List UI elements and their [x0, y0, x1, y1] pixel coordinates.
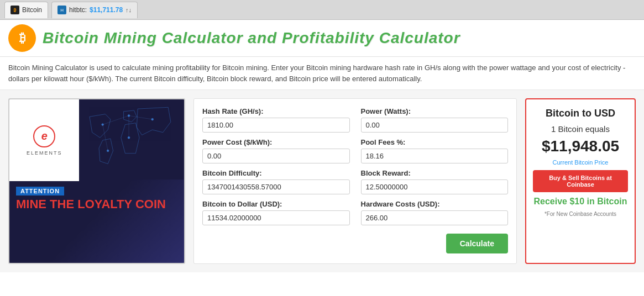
btc-to-dollar-input[interactable]	[202, 210, 350, 225]
hitbtc-price: $11,711.78	[90, 6, 123, 14]
svg-rect-0	[79, 101, 184, 179]
ad-map-section	[79, 99, 184, 181]
hardware-costs-label: Hardware Costs (USD):	[361, 200, 509, 208]
panel-subtitle: 1 Bitcoin equals	[551, 124, 610, 134]
hardware-costs-group: Hardware Costs (USD):	[361, 200, 509, 225]
description-text: Bitcoin Mining Calculator is used to cal…	[0, 57, 644, 90]
btc-to-dollar-group: Bitcoin to Dollar (USD):	[202, 200, 350, 225]
site-logo-icon: ₿	[8, 24, 36, 52]
ad-brand-name: ELEMENTS	[27, 150, 62, 156]
panel-title: Bitcoin to USD	[546, 108, 615, 120]
current-price-label: Current Bitcoin Price	[553, 159, 609, 166]
price-panel: Bitcoin to USD 1 Bitcoin equals $11,948.…	[525, 98, 636, 264]
calculator-form: Hash Rate (GH/s): Power (Watts): Power C…	[193, 98, 517, 264]
tab-bitcoin-label: Bitcoin	[22, 6, 42, 14]
block-reward-input[interactable]	[361, 179, 509, 194]
btc-to-dollar-label: Bitcoin to Dollar (USD):	[202, 200, 350, 208]
tab-bitcoin[interactable]: ₿ Bitcoin	[4, 2, 48, 18]
pool-fees-input[interactable]	[361, 149, 509, 163]
power-cost-label: Power Cost ($/kWh):	[202, 138, 350, 146]
btc-difficulty-input[interactable]	[202, 179, 350, 194]
tab-hitbtc-label: hitbtc:	[69, 6, 87, 14]
ad-brand-section: e ELEMENTS	[9, 99, 79, 181]
power-watts-input[interactable]	[361, 118, 509, 133]
page-content: ₿ Bitcoin Mining Calculator and Profitab…	[0, 20, 644, 296]
buy-sell-button[interactable]: Buy & Sell Bitcoins at Coinbase	[533, 170, 628, 192]
power-watts-label: Power (Watts):	[361, 107, 509, 115]
hash-rate-label: Hash Rate (GH/s):	[202, 107, 350, 115]
main-content: e ELEMENTS	[0, 90, 644, 272]
panel-price: $11,948.05	[542, 138, 619, 155]
block-reward-group: Block Reward:	[361, 169, 509, 194]
hitbtc-logo: H	[57, 6, 66, 14]
receive-label: Receive $10 in Bitcoin	[534, 197, 627, 207]
tab-hitbtc[interactable]: H hitbtc: $11,711.78 ↑↓	[51, 2, 138, 18]
ad-logo-letter: e	[41, 130, 48, 142]
btc-difficulty-label: Bitcoin Difficulty:	[202, 169, 350, 177]
ad-top-section: e ELEMENTS	[9, 99, 184, 181]
svg-point-4	[107, 150, 109, 152]
pool-fees-label: Pool Fees %:	[361, 138, 509, 146]
block-reward-label: Block Reward:	[361, 169, 509, 177]
attention-tag: ATTENTION	[16, 187, 64, 195]
ad-logo-circle: e	[33, 125, 55, 147]
ad-headline: MINE THE LOYALTY COIN	[16, 198, 177, 211]
hardware-costs-input[interactable]	[361, 210, 509, 225]
form-grid: Hash Rate (GH/s): Power (Watts): Power C…	[202, 107, 508, 225]
ad-text-section: ATTENTION MINE THE LOYALTY COIN	[9, 181, 184, 216]
pool-fees-group: Pool Fees %:	[361, 138, 509, 163]
browser-tab-bar: ₿ Bitcoin H hitbtc: $11,711.78 ↑↓	[0, 0, 644, 20]
price-arrows: ↑↓	[125, 7, 132, 13]
ad-banner[interactable]: e ELEMENTS	[8, 98, 185, 264]
calculate-button-row: Calculate	[202, 234, 508, 253]
power-watts-group: Power (Watts):	[361, 107, 509, 133]
hash-rate-input[interactable]	[202, 118, 350, 133]
power-cost-input[interactable]	[202, 149, 350, 163]
hash-rate-group: Hash Rate (GH/s):	[202, 107, 350, 133]
coinwarz-logo: ₿	[11, 6, 19, 14]
power-cost-group: Power Cost ($/kWh):	[202, 138, 350, 163]
site-header: ₿ Bitcoin Mining Calculator and Profitab…	[0, 20, 644, 57]
new-accounts-label: *For New Coinbase Accounts	[544, 211, 616, 217]
page-title: Bitcoin Mining Calculator and Profitabil…	[43, 29, 460, 47]
btc-difficulty-group: Bitcoin Difficulty:	[202, 169, 350, 194]
calculate-button[interactable]: Calculate	[446, 234, 508, 253]
